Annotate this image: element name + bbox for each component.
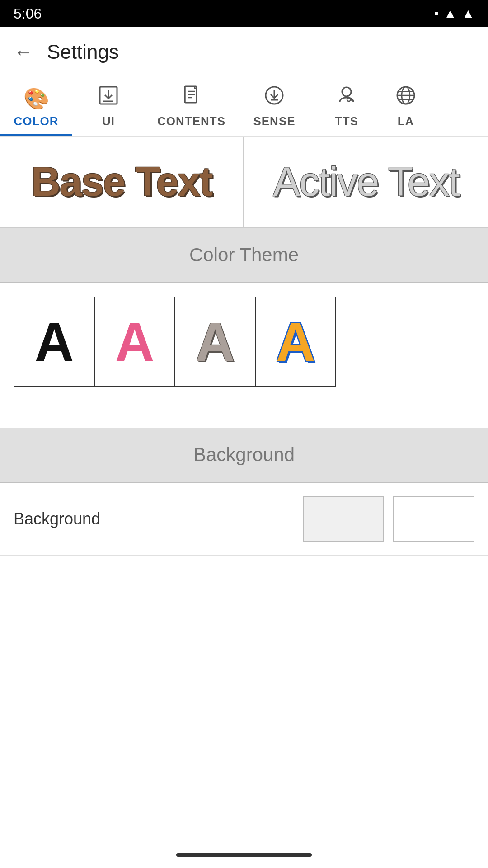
color-theme-label: Color Theme <box>189 244 299 265</box>
preview-row: Base Text Active Text <box>0 137 488 228</box>
swatch-orange-blue[interactable]: A <box>255 297 336 387</box>
bg-swatch-gray[interactable] <box>303 496 384 542</box>
letter-brown-outline: A <box>196 311 235 373</box>
tab-tts[interactable]: TTS <box>310 77 383 136</box>
tab-la-label: LA <box>398 114 414 128</box>
color-theme-swatches: A A A A <box>0 283 488 401</box>
tab-sense-label: SENSE <box>253 114 295 128</box>
swatch-brown-outline[interactable]: A <box>174 297 256 387</box>
tab-sense[interactable]: SENSE <box>238 77 310 136</box>
tab-ui-label: UI <box>102 114 115 128</box>
document-icon <box>181 85 202 111</box>
language-icon <box>395 85 416 111</box>
background-section-header: Background <box>0 428 488 482</box>
base-text-preview: Base Text <box>31 159 212 205</box>
tab-ui[interactable]: UI <box>72 77 145 136</box>
status-icons: ▪ ▲ ▲ <box>434 6 474 21</box>
wifi-icon: ▲ <box>444 6 457 21</box>
background-section-label: Background <box>193 444 295 465</box>
swatch-black[interactable]: A <box>14 297 95 387</box>
status-bar: 5:06 ▪ ▲ ▲ <box>0 0 488 27</box>
tab-contents[interactable]: CONTENTS <box>145 77 238 136</box>
palette-icon: 🎨 <box>23 86 49 111</box>
bg-swatch-white[interactable] <box>393 496 474 542</box>
tab-color-label: COLOR <box>14 114 59 128</box>
color-theme-section-header: Color Theme <box>0 228 488 282</box>
signal-icon: ▲ <box>462 6 474 21</box>
status-time: 5:06 <box>14 5 42 22</box>
preview-base[interactable]: Base Text <box>0 137 244 227</box>
svg-point-13 <box>347 98 351 101</box>
back-button[interactable]: ← <box>14 41 33 63</box>
sim-card-icon: ▪ <box>434 6 439 21</box>
tab-la[interactable]: LA <box>383 77 429 136</box>
swatch-pink[interactable]: A <box>94 297 175 387</box>
nav-indicator <box>176 853 312 857</box>
tab-contents-label: CONTENTS <box>157 114 225 128</box>
background-swatch-row <box>303 496 474 542</box>
preview-active[interactable]: Active Text <box>244 137 488 227</box>
download-box-icon <box>98 85 119 111</box>
svg-point-12 <box>342 87 351 96</box>
page-title: Settings <box>47 41 119 63</box>
tab-bar: 🎨 COLOR UI CONTENTS <box>0 77 488 137</box>
spacer-1 <box>0 401 488 428</box>
download-circle-icon <box>264 85 285 111</box>
background-row-label: Background <box>14 509 303 528</box>
hearing-icon <box>336 85 357 111</box>
nav-bar <box>0 841 488 868</box>
letter-orange-blue: A <box>276 311 315 373</box>
toolbar: ← Settings <box>0 27 488 77</box>
letter-black: A <box>35 311 74 373</box>
tab-color[interactable]: 🎨 COLOR <box>0 78 72 136</box>
tab-tts-label: TTS <box>335 114 358 128</box>
background-row: Background <box>0 483 488 556</box>
active-text-preview: Active Text <box>273 159 459 205</box>
letter-pink: A <box>115 311 155 373</box>
